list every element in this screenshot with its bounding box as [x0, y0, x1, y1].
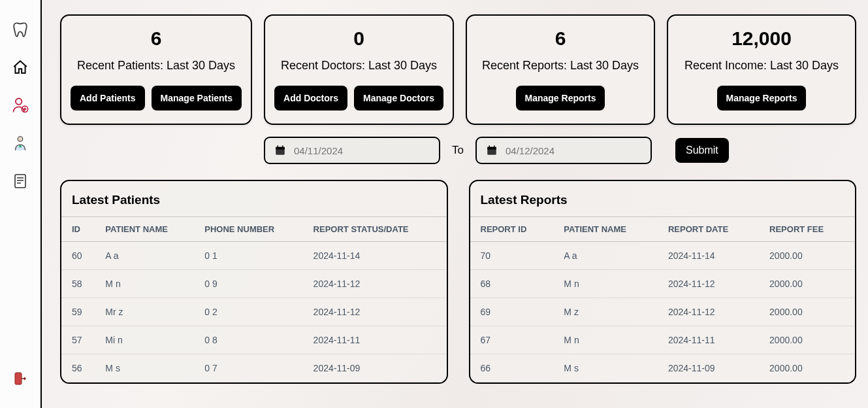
- add-patient-icon[interactable]: [10, 95, 30, 115]
- cell-name: M s: [556, 354, 660, 382]
- cell-id: 70: [470, 242, 556, 270]
- calendar-icon: [486, 144, 498, 156]
- col-header: REPORT FEE: [762, 217, 855, 242]
- home-icon[interactable]: [10, 58, 30, 77]
- cell-fee: 2000.00: [762, 326, 855, 354]
- card-patients-label: Recent Patients: Last 30 Days: [71, 59, 242, 73]
- card-reports-label: Recent Reports: Last 30 Days: [476, 59, 645, 73]
- card-patients-count: 6: [71, 27, 242, 50]
- latest-patients-title: Latest Patients: [61, 181, 447, 216]
- cell-name: A a: [97, 242, 197, 270]
- cell-fee: 2000.00: [762, 354, 855, 382]
- cell-name: M n: [556, 326, 660, 354]
- cell-date: 2024-11-12: [306, 270, 447, 298]
- date-to-field[interactable]: [475, 137, 652, 164]
- manage-reports-button[interactable]: Manage Reports: [516, 86, 605, 110]
- cell-date: 2024-11-14: [660, 242, 762, 270]
- col-header: REPORT ID: [470, 217, 556, 242]
- cell-id: 69: [470, 298, 556, 326]
- svg-rect-8: [278, 146, 279, 148]
- cell-id: 57: [61, 326, 97, 354]
- add-doctors-button[interactable]: Add Doctors: [274, 86, 347, 110]
- col-header: REPORT DATE: [660, 217, 762, 242]
- cell-id: 60: [61, 242, 97, 270]
- card-reports: 6 Recent Reports: Last 30 Days Manage Re…: [466, 14, 655, 125]
- manage-income-reports-button[interactable]: Manage Reports: [717, 86, 807, 110]
- date-from-input[interactable]: [294, 145, 430, 156]
- table-row[interactable]: 56M s0 72024-11-09: [61, 354, 447, 382]
- table-row[interactable]: 70A a2024-11-142000.00: [470, 242, 856, 270]
- table-row[interactable]: 60A a0 12024-11-14: [61, 242, 447, 270]
- table-row[interactable]: 66M s2024-11-092000.00: [470, 354, 856, 382]
- date-filter-row: To Submit: [60, 137, 856, 164]
- svg-rect-5: [15, 373, 22, 384]
- cell-phone: 0 7: [197, 354, 305, 382]
- card-doctors: 0 Recent Doctors: Last 30 Days Add Docto…: [264, 14, 454, 125]
- date-from-field[interactable]: [264, 137, 440, 164]
- tables-row: Latest Patients ID PATIENT NAME PHONE NU…: [60, 180, 856, 384]
- manage-doctors-button[interactable]: Manage Doctors: [354, 86, 443, 110]
- cell-name: Mi n: [97, 326, 197, 354]
- card-doctors-count: 0: [274, 27, 443, 50]
- latest-patients-card: Latest Patients ID PATIENT NAME PHONE NU…: [60, 180, 448, 384]
- table-row[interactable]: 58M n0 92024-11-12: [61, 270, 447, 298]
- svg-rect-13: [494, 146, 495, 148]
- manage-patients-button[interactable]: Manage Patients: [152, 86, 242, 110]
- main-content: 6 Recent Patients: Last 30 Days Add Pati…: [42, 0, 868, 408]
- cell-fee: 2000.00: [762, 242, 855, 270]
- svg-rect-11: [487, 147, 496, 150]
- col-header: PHONE NUMBER: [197, 217, 305, 242]
- cell-id: 59: [61, 298, 97, 326]
- report-icon[interactable]: [10, 171, 30, 191]
- cell-date: 2024-11-12: [660, 270, 762, 298]
- cell-name: A a: [556, 242, 660, 270]
- cell-date: 2024-11-14: [306, 242, 447, 270]
- svg-point-2: [18, 137, 23, 142]
- submit-button[interactable]: Submit: [675, 138, 729, 163]
- table-row[interactable]: 68M n2024-11-122000.00: [470, 270, 856, 298]
- card-income-count: 12,000: [677, 27, 846, 50]
- table-row[interactable]: 69M z2024-11-122000.00: [470, 298, 856, 326]
- cell-phone: 0 2: [197, 298, 305, 326]
- cell-id: 67: [470, 326, 556, 354]
- summary-cards-row: 6 Recent Patients: Last 30 Days Add Pati…: [60, 14, 856, 125]
- cell-phone: 0 1: [197, 242, 305, 270]
- date-to-input[interactable]: [506, 145, 641, 156]
- cell-id: 58: [61, 270, 97, 298]
- cell-date: 2024-11-12: [306, 298, 447, 326]
- to-label: To: [452, 144, 464, 157]
- cell-phone: 0 9: [197, 270, 305, 298]
- table-row[interactable]: 59Mr z0 22024-11-12: [61, 298, 447, 326]
- col-header: REPORT STATUS/DATE: [306, 217, 447, 242]
- cell-date: 2024-11-11: [660, 326, 762, 354]
- card-income-label: Recent Income: Last 30 Days: [677, 59, 846, 73]
- svg-rect-7: [276, 147, 285, 150]
- table-row[interactable]: 57Mi n0 82024-11-11: [61, 326, 447, 354]
- calendar-icon: [274, 144, 286, 156]
- cell-date: 2024-11-11: [306, 326, 447, 354]
- cell-id: 56: [61, 354, 97, 382]
- tooth-icon[interactable]: [10, 20, 30, 39]
- latest-reports-title: Latest Reports: [470, 181, 856, 216]
- cell-date: 2024-11-09: [660, 354, 762, 382]
- cell-date: 2024-11-09: [306, 354, 447, 382]
- add-patients-button[interactable]: Add Patients: [71, 86, 145, 110]
- col-header: PATIENT NAME: [97, 217, 197, 242]
- svg-rect-12: [489, 146, 490, 148]
- cell-id: 66: [470, 354, 556, 382]
- cell-id: 68: [470, 270, 556, 298]
- cell-name: M n: [556, 270, 660, 298]
- svg-rect-3: [19, 145, 21, 147]
- cell-name: M z: [556, 298, 660, 326]
- card-patients: 6 Recent Patients: Last 30 Days Add Pati…: [60, 14, 252, 125]
- cell-fee: 2000.00: [762, 270, 855, 298]
- card-reports-count: 6: [476, 27, 645, 50]
- doctor-icon[interactable]: [10, 133, 30, 153]
- svg-rect-9: [282, 146, 283, 148]
- table-row[interactable]: 67M n2024-11-112000.00: [470, 326, 856, 354]
- logout-icon[interactable]: [10, 369, 30, 388]
- cell-name: M s: [97, 354, 197, 382]
- cell-name: Mr z: [97, 298, 197, 326]
- col-header: PATIENT NAME: [556, 217, 660, 242]
- card-income: 12,000 Recent Income: Last 30 Days Manag…: [667, 14, 856, 125]
